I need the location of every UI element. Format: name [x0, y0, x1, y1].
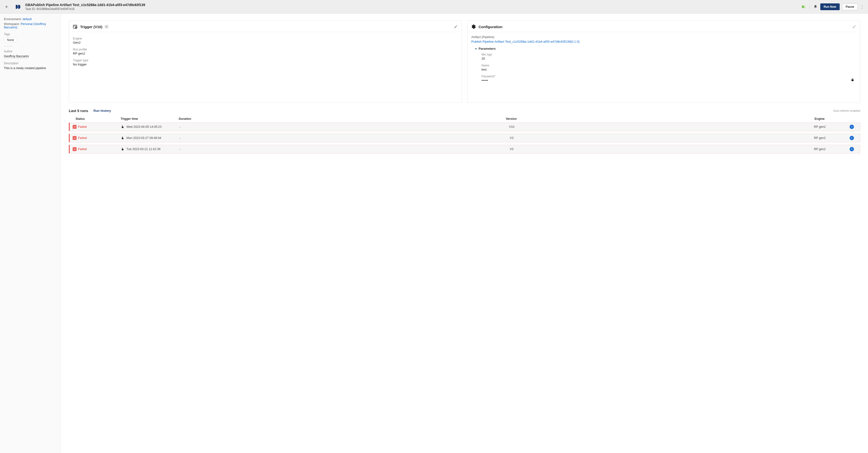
trigger-type-value: No trigger [73, 62, 458, 66]
status-text: Failed [78, 125, 87, 129]
tag-chip-none: None [4, 37, 17, 43]
back-button[interactable] [3, 3, 10, 10]
author-value: Geoffroy Baccarini [4, 55, 29, 58]
topbar-actions: Run Now Pause ⋮ [800, 3, 865, 10]
password-label: Password* [482, 75, 849, 78]
engine-label: Engine [73, 37, 458, 40]
lock-icon [851, 78, 854, 82]
profile-value: RP gen2 [73, 52, 458, 55]
env-link[interactable]: default [23, 18, 32, 21]
manual-trigger-icon [121, 136, 124, 140]
svg-rect-2 [802, 5, 804, 8]
failed-icon: ✕ [73, 147, 76, 151]
trigger-time: Mon 2023-03-27 09:48:04 [126, 136, 161, 140]
description-label: Description [4, 62, 57, 65]
failed-icon: ✕ [73, 136, 76, 140]
workspace-label: Workspace: [4, 22, 20, 26]
bell-icon[interactable] [812, 3, 819, 10]
trigger-count-badge: 0 [104, 25, 109, 28]
manual-trigger-icon [121, 147, 124, 151]
col-status: Status [72, 117, 121, 120]
engine-cell: RP gen2 [793, 125, 846, 129]
description-value: This is a newly created pipeline [4, 66, 57, 70]
expand-row-button[interactable] [849, 136, 854, 140]
configuration-title: Configuration [478, 25, 502, 29]
runs-container: ✕ Failed Wed 2023-04-05 14:05:23 - V10 R… [69, 122, 860, 153]
col-trigger: Trigger time [121, 117, 179, 120]
version-cell: V10 [230, 125, 793, 129]
page-title: GBAPublish Pipeline Artifact Test_c1c526… [25, 3, 800, 7]
calendar-schedule-icon [72, 24, 78, 29]
svg-rect-3 [804, 5, 805, 8]
engine-value: Gen2 [73, 41, 458, 45]
edit-config-button[interactable] [852, 25, 856, 29]
trigger-time: Tue 2023-03-21 11:42:36 [126, 147, 161, 151]
export-icon[interactable] [800, 3, 807, 10]
duration-cell: - [179, 147, 230, 151]
minage-label: Min Age [482, 53, 856, 56]
minage-value: 20 [482, 57, 856, 60]
parameters-title: Parameters [478, 47, 496, 51]
run-history-link[interactable]: Run history [93, 109, 111, 113]
profile-label: Run profile [73, 48, 458, 51]
chevron-up-icon [850, 137, 853, 139]
name-label: Name [482, 64, 856, 67]
runs-header: Last 5 runs Run history Auto-refresh ena… [69, 109, 860, 113]
pencil-icon [852, 25, 856, 29]
gear-icon [471, 24, 476, 29]
env-label: Environment: [4, 18, 22, 21]
engine-cell: RP gen2 [793, 147, 846, 151]
col-engine: Engine [793, 117, 846, 120]
engine-cell: RP gen2 [793, 136, 846, 140]
expand-row-button[interactable] [849, 147, 854, 151]
edit-trigger-button[interactable] [454, 25, 458, 29]
author-label: Author [4, 50, 57, 53]
main-content: Trigger (V10) 0 Engine Gen2 Run profile … [61, 13, 868, 453]
divider [809, 5, 810, 9]
runs-table-header: Status Trigger time Duration Version Eng… [69, 115, 860, 122]
last-runs-title: Last 5 runs [69, 109, 88, 113]
chevron-up-icon [850, 148, 853, 150]
more-menu[interactable]: ⋮ [859, 4, 865, 9]
auto-refresh-label: Auto-refresh enabled [833, 109, 860, 113]
duration-cell: - [179, 136, 230, 140]
pencil-icon [454, 25, 458, 29]
trigger-type-label: Trigger type [73, 59, 458, 62]
sidebar: Environment: default Workspace: Personal… [0, 13, 61, 453]
artifact-label: Artifact (Pipeline) [471, 35, 856, 39]
run-row[interactable]: ✕ Failed Tue 2023-03-21 11:42:36 - V3 RP… [69, 145, 860, 153]
task-id-line: Task ID: 641989be24a4597e454f7e18 [25, 7, 800, 11]
run-now-button[interactable]: Run Now [820, 3, 840, 10]
name-value: test [482, 68, 856, 71]
title-block: GBAPublish Pipeline Artifact Test_c1c526… [25, 3, 800, 11]
duration-cell: - [179, 125, 230, 129]
expand-row-button[interactable] [849, 125, 854, 129]
manual-trigger-icon [121, 125, 124, 129]
version-cell: V3 [230, 136, 793, 140]
trigger-time: Wed 2023-04-05 14:05:23 [126, 125, 161, 129]
status-text: Failed [78, 147, 87, 151]
run-row[interactable]: ✕ Failed Wed 2023-04-05 14:05:23 - V10 R… [69, 122, 860, 131]
version-cell: V3 [230, 147, 793, 151]
col-duration: Duration [179, 117, 229, 120]
app-logo [14, 3, 21, 10]
chevron-up-icon [850, 125, 853, 128]
trigger-card: Trigger (V10) 0 Engine Gen2 Run profile … [69, 20, 462, 103]
artifact-link[interactable]: Publish Pipeline Artifact Test_c1c5268a-… [471, 40, 856, 44]
status-text: Failed [78, 136, 87, 140]
pause-button[interactable]: Pause [842, 3, 858, 10]
chevron-down-icon[interactable]: ▾ [475, 47, 476, 51]
col-version: Version [229, 117, 793, 120]
tags-label: Tags [4, 32, 57, 36]
top-bar: GBAPublish Pipeline Artifact Test_c1c526… [0, 0, 868, 13]
failed-icon: ✕ [73, 125, 76, 129]
run-row[interactable]: ✕ Failed Mon 2023-03-27 09:48:04 - V3 RP… [69, 134, 860, 142]
configuration-card: Configuration Artifact (Pipeline) Publis… [467, 20, 860, 103]
trigger-card-title: Trigger (V10) [80, 25, 102, 29]
password-value: •••••• [482, 79, 849, 82]
